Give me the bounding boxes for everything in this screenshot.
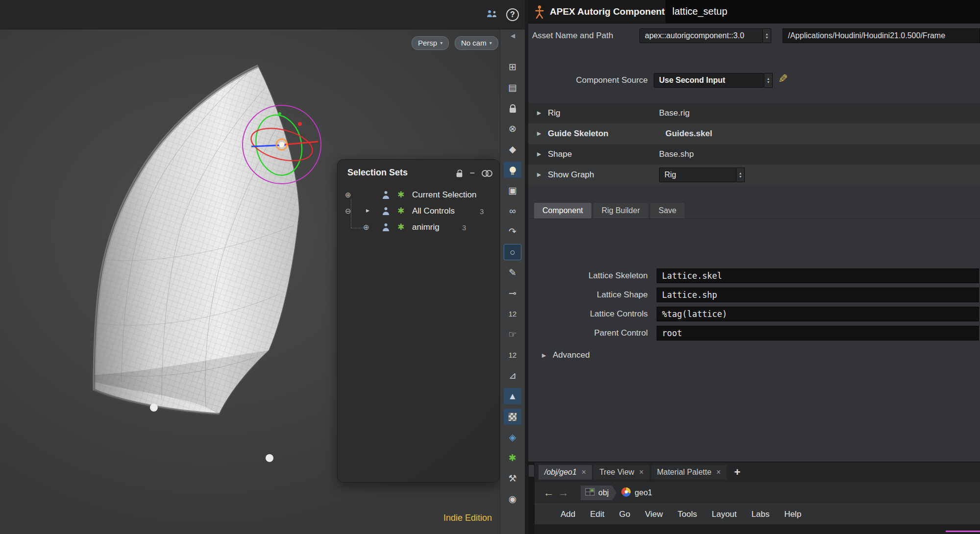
lattice-shape-field[interactable]: Lattice.shp (657, 288, 979, 302)
tab-label: Material Palette (657, 468, 711, 477)
breadcrumb-geo1[interactable]: geo1 (621, 485, 652, 500)
list-item[interactable]: ⊕ ✱ Current Selection (338, 187, 499, 203)
list-item[interactable]: ⊖ ▸ ✱ All Controls 3 (338, 203, 499, 219)
splitter-handle[interactable] (529, 465, 534, 477)
notes-icon[interactable]: ▤ (504, 79, 521, 96)
caret-right-icon[interactable]: ▶ (537, 130, 541, 137)
highlight-bulb-icon[interactable] (504, 162, 521, 178)
tool-icon[interactable]: ⚒ (504, 470, 521, 486)
tab-obj-geo1[interactable]: /obj/geo1 × (539, 465, 592, 480)
snap-diamond-icon[interactable]: ◆ (504, 141, 521, 157)
expand-icon[interactable]: ⊕ (363, 223, 369, 232)
menu-go[interactable]: Go (612, 504, 638, 525)
glasses-icon[interactable]: ∞ (504, 203, 521, 219)
asset-dropdown[interactable]: apex::autorigcomponent::3.0 (639, 28, 763, 43)
measure-icon[interactable]: ⊿ (504, 367, 521, 384)
component-source-spinner[interactable]: ▴ ▾ (764, 73, 773, 88)
lock-icon[interactable] (504, 100, 521, 116)
spinner-down-icon[interactable]: ▾ (766, 36, 768, 39)
display-count-icon[interactable]: 12 (504, 306, 521, 322)
close-icon[interactable]: × (716, 468, 721, 477)
pane-splitter[interactable] (528, 462, 535, 534)
menu-layout[interactable]: Layout (704, 504, 744, 525)
selection-set-label[interactable]: animrig (412, 222, 440, 232)
selection-set-label[interactable]: Current Selection (412, 190, 476, 200)
field-label: Lattice Controls (528, 307, 648, 321)
help-icon[interactable]: ? (506, 8, 519, 21)
asset-name-row: Asset Name and Path apex::autorigcompone… (528, 27, 980, 44)
caret-right-icon[interactable]: ▶ (537, 171, 541, 178)
burst-icon[interactable]: ✱ (504, 450, 521, 466)
collapse-icon[interactable]: ⊖ (345, 207, 351, 216)
handles-icon[interactable]: ▲ (504, 388, 521, 404)
show-graph-dropdown[interactable]: Rig (659, 168, 736, 182)
layers-icon[interactable]: ▣ (504, 182, 521, 198)
no-cam-label: No cam (461, 37, 487, 49)
tab-component[interactable]: Component (534, 203, 591, 218)
close-icon[interactable]: × (582, 468, 586, 477)
menu-tools[interactable]: Tools (670, 504, 705, 525)
advanced-section[interactable]: ▶ Advanced (528, 348, 980, 363)
caret-right-icon[interactable]: ▶ (537, 151, 541, 157)
breadcrumb-geo1-label: geo1 (635, 488, 652, 497)
menu-labs[interactable]: Labs (744, 504, 777, 525)
section-guide-skeleton[interactable]: ▶ Guide Skeleton Guides.skel (528, 123, 980, 144)
spinner-down-icon[interactable]: ▾ (739, 175, 741, 178)
pane-divider[interactable] (525, 0, 528, 534)
character-icon (382, 191, 390, 202)
tab-tree-view[interactable]: Tree View × (593, 465, 649, 480)
no-cam-button[interactable]: No cam ▾ (455, 36, 498, 50)
menu-add[interactable]: Add (553, 504, 583, 525)
section-shape[interactable]: ▶ Shape Base.shp (528, 144, 980, 165)
export-view-icon[interactable]: ↷ (504, 223, 521, 240)
field-label: Parent Control (528, 326, 648, 340)
sphere-icon[interactable]: ◉ (504, 491, 521, 507)
collapse-rail-icon[interactable]: ◀ (500, 32, 525, 39)
caret-right-icon[interactable]: ▶ (537, 110, 541, 116)
section-rig[interactable]: ▶ Rig Base.rig (528, 103, 980, 123)
select-none-icon[interactable]: ⊗ (504, 121, 521, 137)
characters-icon[interactable] (486, 9, 498, 21)
paint-count-icon[interactable]: 12 (504, 347, 521, 363)
lattice-skeleton-row: Lattice Skeleton Lattice.skel (528, 268, 980, 283)
asset-path-field[interactable]: /Applications/Houdini/Houdini21.0.500/Fr… (783, 28, 980, 43)
tab-rig-builder[interactable]: Rig Builder (593, 203, 648, 218)
eyedropper-icon[interactable]: ⊸ (504, 285, 521, 301)
minimize-icon[interactable]: − (469, 170, 475, 176)
expand-icon[interactable]: ⊕ (345, 191, 351, 199)
brush-icon[interactable]: ✎ (504, 265, 521, 281)
breadcrumb-obj[interactable]: obj (581, 485, 616, 500)
lattice-controls-field[interactable]: %tag(lattice) (657, 307, 979, 321)
show-graph-spinner[interactable]: ▴ ▾ (736, 168, 745, 182)
new-tab-button[interactable]: + (734, 466, 740, 479)
menu-edit[interactable]: Edit (583, 504, 612, 525)
link-icon[interactable] (482, 170, 492, 176)
spinner-down-icon[interactable]: ▾ (767, 80, 769, 84)
snap-points-icon[interactable]: ◈ (504, 429, 521, 445)
paint-hand-icon[interactable]: ☞ (504, 326, 521, 342)
edit-pencil-icon[interactable]: ✎ (778, 72, 788, 86)
forward-arrow-icon[interactable]: → (558, 486, 569, 499)
alpha-checker-icon[interactable] (504, 409, 521, 425)
list-item[interactable]: ⊕ ✱ animrig 3 (338, 219, 499, 236)
section-show-graph[interactable]: ▶ Show Graph Rig ▴ ▾ (528, 165, 980, 185)
close-icon[interactable]: × (639, 468, 643, 477)
back-arrow-icon[interactable]: ← (543, 486, 554, 499)
caret-right-icon[interactable]: ▶ (542, 352, 546, 359)
component-name-field[interactable]: lattice_setup (665, 0, 980, 23)
layout-panes-icon[interactable]: ⊞ (504, 59, 521, 75)
tab-material-palette[interactable]: Material Palette × (651, 465, 727, 480)
lock-icon[interactable] (457, 173, 463, 177)
pin-icon[interactable]: ▸ (366, 206, 369, 214)
select-circle-icon[interactable]: ○ (504, 244, 521, 260)
parent-control-field[interactable]: root (657, 326, 979, 340)
tab-save[interactable]: Save (650, 203, 685, 218)
lattice-skeleton-field[interactable]: Lattice.skel (657, 268, 979, 283)
persp-view-button[interactable]: Persp ▾ (412, 36, 449, 50)
component-source-dropdown[interactable]: Use Second Input (654, 73, 764, 88)
viewport-canvas[interactable]: Persp ▾ No cam ▾ Selection Sets − ⊕ (0, 29, 500, 534)
menu-view[interactable]: View (637, 504, 670, 525)
asset-spinner[interactable]: ▴ ▾ (763, 28, 771, 43)
selection-set-label[interactable]: All Controls (412, 206, 455, 216)
menu-help[interactable]: Help (777, 504, 808, 525)
